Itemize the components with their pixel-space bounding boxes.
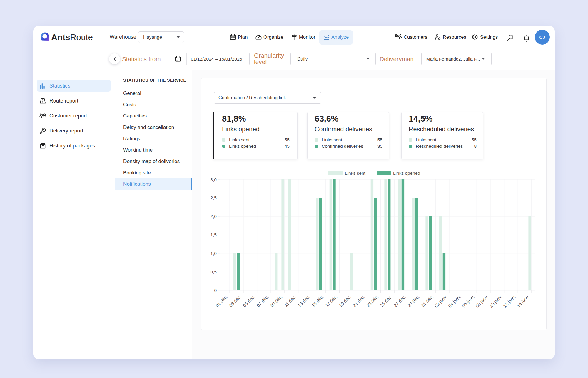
svg-text:31 déc.: 31 déc.: [420, 294, 434, 308]
svg-text:0: 0: [214, 288, 217, 293]
svg-text:04 janv.: 04 janv.: [447, 294, 462, 309]
svg-text:0,5: 0,5: [210, 269, 217, 274]
svg-text:12 janv.: 12 janv.: [502, 294, 517, 309]
svg-text:23 déc.: 23 déc.: [365, 294, 380, 308]
svg-text:Links opened: Links opened: [393, 171, 420, 176]
svg-text:1,0: 1,0: [210, 251, 217, 256]
svg-text:11 déc.: 11 déc.: [283, 294, 297, 308]
svg-text:14 janv.: 14 janv.: [516, 294, 530, 309]
svg-text:29 déc.: 29 déc.: [407, 294, 421, 308]
svg-text:21 déc.: 21 déc.: [352, 294, 366, 308]
svg-text:10 janv.: 10 janv.: [488, 294, 503, 309]
svg-text:03 déc.: 03 déc.: [228, 294, 242, 308]
svg-text:15 déc.: 15 déc.: [310, 294, 325, 308]
svg-text:27 déc.: 27 déc.: [393, 294, 407, 308]
svg-text:05 déc.: 05 déc.: [242, 294, 256, 308]
svg-text:09 déc.: 09 déc.: [269, 294, 283, 308]
svg-text:Links sent: Links sent: [345, 171, 365, 176]
svg-text:07 déc.: 07 déc.: [255, 294, 270, 308]
svg-text:19 déc.: 19 déc.: [338, 294, 352, 308]
svg-text:02 janv.: 02 janv.: [433, 294, 448, 309]
svg-text:25 déc.: 25 déc.: [379, 294, 393, 308]
svg-text:17 déc.: 17 déc.: [324, 294, 338, 308]
svg-text:01 déc.: 01 déc.: [214, 294, 228, 308]
svg-text:3,0: 3,0: [210, 177, 217, 182]
svg-text:13 déc.: 13 déc.: [297, 294, 311, 308]
svg-text:2,0: 2,0: [210, 214, 217, 219]
svg-text:2,5: 2,5: [210, 195, 217, 200]
svg-text:1,5: 1,5: [210, 232, 217, 237]
svg-text:06 janv.: 06 janv.: [461, 294, 476, 309]
svg-text:08 janv.: 08 janv.: [475, 294, 489, 309]
